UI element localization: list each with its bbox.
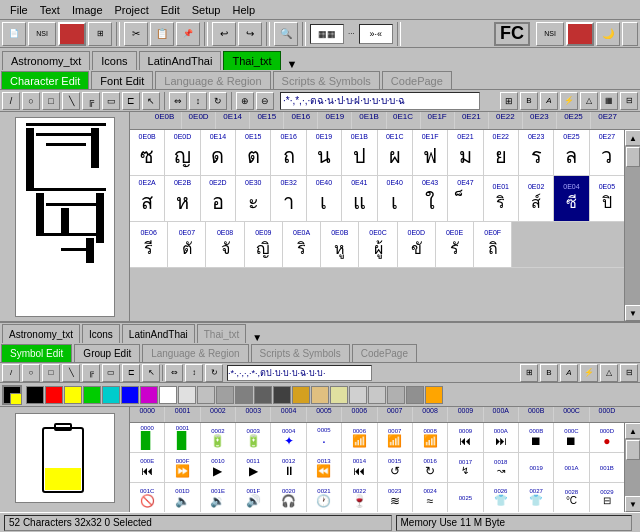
color-lt-gray4[interactable] — [406, 386, 424, 404]
tab-icons[interactable]: Icons — [92, 51, 136, 70]
glyph-cell-ส์[interactable]: 0E02 ส์ — [519, 176, 554, 221]
paste-button[interactable]: 📌 — [176, 22, 200, 46]
ltool-r1[interactable]: ⊞ — [520, 364, 538, 382]
sym-cell-0020[interactable]: 0020 🎧 — [271, 483, 306, 512]
glyph-cell-ไ[interactable]: 0E43 ใ — [413, 176, 448, 221]
glyph-cell-0E2B[interactable]: 0E2B ห — [165, 176, 200, 221]
glyph-cell-0E41[interactable]: 0E41 แ — [342, 176, 377, 221]
lower-tab-dropdown[interactable]: ▼ — [252, 332, 262, 343]
ltool-5[interactable]: ╔ — [82, 364, 100, 382]
color-white[interactable] — [159, 386, 177, 404]
glyph-cell-0E40[interactable]: 0E40 เ — [307, 176, 342, 221]
extra-btn[interactable] — [622, 22, 638, 46]
color-gray4[interactable] — [273, 386, 291, 404]
sym-cell-0014[interactable]: 0014 ⏮ — [342, 453, 377, 482]
tab-astronomy[interactable]: Astronomy_txt — [2, 51, 90, 70]
sym-cell-wifi1[interactable]: 0006 📶 — [342, 423, 377, 452]
color-dkgray[interactable] — [216, 386, 234, 404]
sym-cell-001C[interactable]: 001C 🚫 — [130, 483, 165, 512]
tool-rotate[interactable]: ↻ — [209, 92, 227, 110]
sym-cell-0026[interactable]: 0026 👕 — [484, 483, 519, 512]
ltool-8[interactable]: ↖ — [142, 364, 160, 382]
copy-button[interactable]: 📋 — [150, 22, 174, 46]
tab-thai-txt[interactable]: Thai_txt — [223, 51, 280, 70]
color-gray2[interactable] — [235, 386, 253, 404]
sym-cell-rec[interactable]: 000D ● — [590, 423, 624, 452]
tool-zoom-out[interactable]: ⊖ — [256, 92, 274, 110]
zoom-button[interactable]: 🔍 — [274, 22, 298, 46]
ltool-r3[interactable]: A — [560, 364, 578, 382]
lower-tab-icons[interactable]: Icons — [82, 324, 120, 343]
sym-cell-0023[interactable]: 0023 ≋ — [378, 483, 413, 512]
glyph-cell-0E0D2[interactable]: 0E0D ขั — [398, 222, 436, 267]
menu-image[interactable]: Image — [66, 2, 109, 18]
active-color[interactable] — [2, 385, 22, 405]
lower-section-group[interactable]: Group Edit — [74, 344, 140, 362]
glyph-cell-0E30[interactable]: 0E30 ะ — [236, 176, 271, 221]
color-gray[interactable] — [197, 386, 215, 404]
sym-cell-0027[interactable]: 0027 👕 — [519, 483, 554, 512]
sym-cell-001D[interactable]: 001D 🔈 — [165, 483, 200, 512]
ltool-10[interactable]: ↕ — [185, 364, 203, 382]
sym-cell-000F[interactable]: 000F ⏩ — [165, 453, 200, 482]
sym-cell-000E[interactable]: 000E ⏮ — [130, 453, 165, 482]
glyph-cell-ผ[interactable]: 0E1C ผ — [378, 130, 413, 175]
glyph-cell-ซี[interactable]: 0E04 ซี — [554, 176, 589, 221]
tool-r2[interactable]: B — [520, 92, 538, 110]
sym-cell-0028[interactable]: 0028 °C — [554, 483, 589, 512]
glyph-cell-็[interactable]: 0E47 ็ — [448, 176, 483, 221]
glyph-cell-0E09[interactable]: 0E09 ญิ — [245, 222, 283, 267]
section-scripts[interactable]: Scripts & Symbols — [273, 71, 380, 89]
tool-r1[interactable]: ⊞ — [500, 92, 518, 110]
glyph-cell-ป์[interactable]: 0E05 ปิ — [590, 176, 624, 221]
sym-cell-001B[interactable]: 001B — [590, 453, 624, 482]
lower-scroll-down[interactable]: ▼ — [625, 496, 640, 512]
color-cyan[interactable] — [102, 386, 120, 404]
lower-section-symbol[interactable]: Symbol Edit — [1, 344, 72, 362]
glyph-cell-0E2A[interactable]: 0E2A ส — [130, 176, 165, 221]
sym-cell-0022[interactable]: 0022 🍷 — [342, 483, 377, 512]
color-orange[interactable] — [292, 386, 310, 404]
glyph-cell-ด[interactable]: 0E14 ด — [201, 130, 236, 175]
sym-cell-bat-full[interactable]: 0000 ▊ — [130, 423, 165, 452]
sym-cell-0016[interactable]: 0016 ↻ — [413, 453, 448, 482]
glyph-cell-น[interactable]: 0E19 น — [307, 130, 342, 175]
color-blue[interactable] — [121, 386, 139, 404]
new-button[interactable]: 📄 — [2, 22, 26, 46]
moon-btn[interactable]: 🌙 — [596, 22, 620, 46]
scroll-up-btn[interactable]: ▲ — [625, 130, 640, 146]
color-btn1[interactable] — [58, 22, 86, 46]
menu-project[interactable]: Project — [109, 2, 155, 18]
glyph-cell-0E0B2[interactable]: 0E0B หู — [321, 222, 359, 267]
sym-cell-stop-blk[interactable]: 000B ⏹ — [519, 423, 554, 452]
glyph-cell-0E0F[interactable]: 0E0F ถิ — [474, 222, 512, 267]
glyph-cell-ญ[interactable]: 0E0D ญ — [165, 130, 200, 175]
glyph-cell-0E0A[interactable]: 0E0A ริ — [283, 222, 321, 267]
sym-cell-0017[interactable]: 0017 ↯ — [448, 453, 483, 482]
ltool-7[interactable]: ⊏ — [122, 364, 140, 382]
ltool-4[interactable]: ╲ — [62, 364, 80, 382]
color-magenta[interactable] — [140, 386, 158, 404]
glyph-cell-ริ[interactable]: 0E01 ริ — [484, 176, 519, 221]
section-font-edit[interactable]: Font Edit — [91, 71, 153, 89]
ltool-r4[interactable]: ⚡ — [580, 364, 598, 382]
tool-fill[interactable]: ╔ — [82, 92, 100, 110]
tool-move[interactable]: ⇔ — [169, 92, 187, 110]
ltool-3[interactable]: □ — [42, 364, 60, 382]
glyph-cell-0E2D[interactable]: 0E2D อ — [201, 176, 236, 221]
icon-btn2[interactable]: ⊞ — [88, 22, 112, 46]
ltool-2[interactable]: ○ — [22, 364, 40, 382]
glyph-cell-ว[interactable]: 0E27 ว — [590, 130, 624, 175]
glyph-cell-ร[interactable]: 0E23 ร — [519, 130, 554, 175]
sym-cell-bat-1q[interactable]: 0003 🔋 — [236, 423, 271, 452]
sym-cell-skip-prev[interactable]: 0009 ⏮ — [448, 423, 483, 452]
sym-cell-0010[interactable]: 0010 ▶ — [201, 453, 236, 482]
cut-button[interactable]: ✂ — [124, 22, 148, 46]
ltool-r5[interactable]: △ — [600, 364, 618, 382]
glyph-cell-0E0E[interactable]: 0E0E รั — [436, 222, 474, 267]
glyph-cell-0E0C[interactable]: 0E0C ผู้ — [359, 222, 397, 267]
glyph-cell-0E06[interactable]: 0E06 รี — [130, 222, 168, 267]
sym-cell-bat-2q[interactable]: 0002 🔋 — [201, 423, 236, 452]
sym-cell-skip-next[interactable]: 000A ⏭ — [484, 423, 519, 452]
scroll-thumb[interactable] — [626, 147, 640, 167]
